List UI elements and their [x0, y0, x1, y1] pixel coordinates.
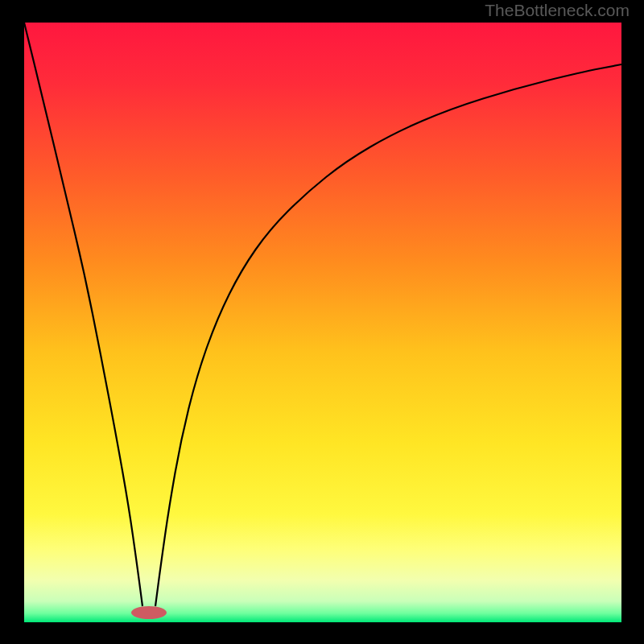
- minimum-marker: [131, 606, 167, 619]
- attribution-text: TheBottleneck.com: [485, 1, 630, 20]
- plot-background: [24, 23, 621, 622]
- chart-container: TheBottleneck.com: [0, 0, 644, 644]
- bottleneck-chart: [0, 0, 644, 644]
